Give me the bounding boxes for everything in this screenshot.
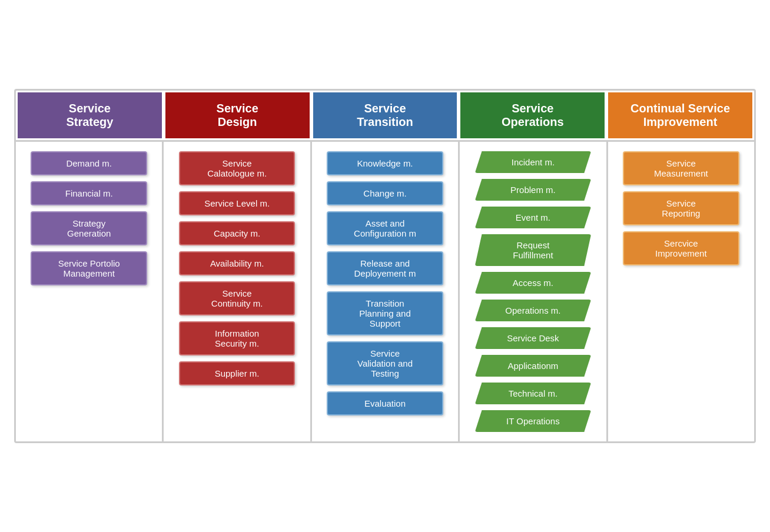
card-demand-m: Demand m. bbox=[31, 151, 147, 175]
card-service-improvement: SercviceImprovement bbox=[623, 231, 739, 265]
header-csi: Continual ServiceImprovement bbox=[606, 91, 754, 140]
card-strategy-generation: StrategyGeneration bbox=[31, 211, 147, 245]
card-financial-m: Financial m. bbox=[31, 181, 147, 205]
columns-wrapper: Demand m. Financial m. StrategyGeneratio… bbox=[16, 140, 754, 441]
col-strategy: Demand m. Financial m. StrategyGeneratio… bbox=[16, 142, 164, 441]
card-service-level-m: Service Level m. bbox=[179, 191, 296, 215]
col-design: ServiceCalatologue m. Service Level m. C… bbox=[164, 142, 311, 441]
card-evaluation: Evaluation bbox=[327, 391, 443, 415]
card-incident-m: Incident m. bbox=[475, 151, 592, 173]
card-knowledge-m: Knowledge m. bbox=[327, 151, 443, 175]
diagram: ServiceStrategy ServiceDesign ServiceTra… bbox=[14, 89, 756, 443]
header-design: ServiceDesign bbox=[164, 91, 311, 140]
card-asset-config-m: Asset andConfiguration m bbox=[327, 211, 443, 245]
card-availability-m: Availability m. bbox=[179, 251, 296, 275]
header-row: ServiceStrategy ServiceDesign ServiceTra… bbox=[16, 91, 754, 140]
card-supplier-m: Supplier m. bbox=[179, 361, 296, 385]
card-service-portfolio-mgmt: Service PortolioManagement bbox=[31, 251, 147, 285]
card-event-m: Event m. bbox=[475, 207, 592, 228]
card-release-deployment-m: Release andDeployement m bbox=[327, 251, 443, 285]
card-application-m: Applicationm bbox=[475, 355, 592, 377]
card-service-validation-testing: ServiceValidation andTesting bbox=[327, 341, 443, 385]
header-transition: ServiceTransition bbox=[311, 91, 459, 140]
card-information-security-m: InformationSecurity m. bbox=[179, 321, 296, 355]
col-csi: ServiceMeasurement ServiceReporting Serc… bbox=[608, 142, 754, 441]
col-operations: Incident m. Problem m. Event m. RequestF… bbox=[460, 142, 608, 441]
header-strategy: ServiceStrategy bbox=[16, 91, 164, 140]
card-service-measurement: ServiceMeasurement bbox=[623, 151, 739, 185]
card-service-reporting: ServiceReporting bbox=[623, 191, 739, 225]
col-transition: Knowledge m. Change m. Asset andConfigur… bbox=[312, 142, 460, 441]
card-problem-m: Problem m. bbox=[475, 179, 592, 201]
header-operations: ServiceOperations bbox=[459, 91, 606, 140]
card-change-m: Change m. bbox=[327, 181, 443, 205]
card-it-operations: IT Operations bbox=[475, 410, 592, 432]
card-access-m: Access m. bbox=[475, 272, 592, 294]
card-service-catalogue-m: ServiceCalatologue m. bbox=[179, 151, 296, 185]
card-operations-m: Operations m. bbox=[475, 300, 592, 321]
card-service-continuity-m: ServiceContinuity m. bbox=[179, 281, 296, 315]
card-request-fulfillment: RequestFulfillment bbox=[475, 234, 592, 266]
card-service-desk: Service Desk bbox=[475, 327, 592, 349]
card-capacity-m: Capacity m. bbox=[179, 221, 296, 245]
card-transition-planning-support: TransitionPlanning andSupport bbox=[327, 291, 443, 335]
card-technical-m: Technical m. bbox=[475, 383, 592, 404]
